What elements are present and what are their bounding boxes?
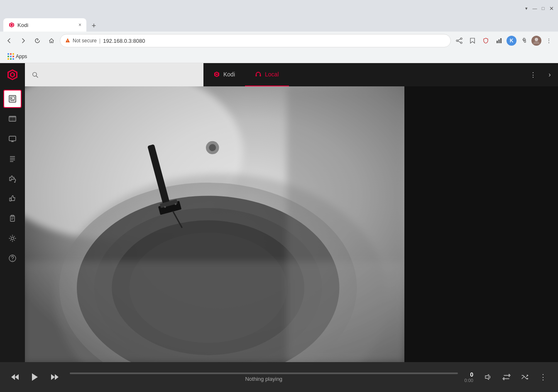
sidebar-item-programs[interactable] <box>3 209 22 228</box>
browser-chrome: ▾ — □ ✕ Kodi × + <box>0 0 558 63</box>
volume-btn[interactable] <box>480 369 497 385</box>
kodi-nav-tabs: Kodi Local <box>203 63 289 86</box>
tab-bar: Kodi × + <box>0 17 558 32</box>
active-tab[interactable]: Kodi × <box>3 18 86 32</box>
sidebar-item-settings[interactable] <box>3 229 22 247</box>
tab-kodi[interactable]: Kodi <box>203 63 245 86</box>
search-icon <box>32 71 39 78</box>
music-library-icon <box>8 95 17 103</box>
shuffle-btn[interactable] <box>516 369 533 385</box>
turntable-image <box>25 86 404 362</box>
kodi-more-btn[interactable]: ⋮ <box>525 63 541 86</box>
svg-line-7 <box>458 39 460 40</box>
dropdown-btn[interactable]: ▾ <box>523 5 530 12</box>
player-right-controls: ⋮ <box>480 369 551 385</box>
svg-rect-34 <box>9 136 16 141</box>
svg-point-64 <box>209 144 216 151</box>
kodi-main-content <box>25 86 404 362</box>
profile-k-icon[interactable]: K <box>507 36 516 46</box>
svg-rect-11 <box>499 39 500 43</box>
security-warning: ! <box>65 38 70 44</box>
svg-rect-10 <box>497 41 498 43</box>
svg-marker-70 <box>51 374 55 380</box>
player-more-btn[interactable]: ⋮ <box>535 369 551 385</box>
tab-close-btn[interactable]: × <box>78 22 81 28</box>
sidebar-item-favourites[interactable] <box>3 189 22 208</box>
puzzle-icon <box>8 174 17 183</box>
play-btn[interactable] <box>27 369 43 385</box>
toolbar-actions: K ⋮ <box>453 35 555 47</box>
bookmark-apps[interactable]: Apps <box>5 52 29 61</box>
progress-bar[interactable] <box>70 372 458 374</box>
help-icon <box>8 254 17 262</box>
sidebar-item-movies[interactable] <box>3 110 22 128</box>
rewind-btn[interactable] <box>7 369 23 385</box>
headphones-icon <box>255 71 262 78</box>
svg-point-48 <box>12 260 12 260</box>
reload-btn[interactable] <box>32 35 43 47</box>
sidebar-item-queue[interactable] <box>3 149 22 168</box>
fast-forward-icon <box>50 372 59 382</box>
sidebar-item-music-library[interactable] <box>3 90 22 108</box>
volume-icon <box>484 373 492 381</box>
playback-controls <box>7 369 63 385</box>
play-icon <box>30 372 40 382</box>
browser-toolbar: ! Not secure | 192.168.0.3:8080 K <box>0 32 558 50</box>
close-btn[interactable]: ✕ <box>548 5 555 12</box>
sidebar-item-tv[interactable] <box>3 130 22 148</box>
browser-more-icon[interactable]: ⋮ <box>543 35 555 47</box>
time-sub: 0:00 <box>465 378 473 383</box>
puzzle-icon[interactable] <box>518 35 530 47</box>
svg-point-28 <box>11 98 12 99</box>
svg-marker-68 <box>15 374 19 380</box>
sidebar-item-addons[interactable] <box>3 169 22 188</box>
svg-point-13 <box>535 38 538 41</box>
svg-point-4 <box>460 38 462 39</box>
window-controls: ▾ — □ ✕ <box>523 5 555 12</box>
user-avatar[interactable] <box>531 36 541 46</box>
maximize-btn[interactable]: □ <box>540 5 546 12</box>
bookmark-icon[interactable] <box>467 35 478 47</box>
svg-marker-74 <box>527 378 529 380</box>
kodi-tab-icon <box>213 71 220 78</box>
home-btn[interactable] <box>46 35 57 47</box>
tab-local[interactable]: Local <box>245 63 289 86</box>
rewind-icon <box>10 372 20 382</box>
back-btn[interactable] <box>3 35 15 47</box>
extension-shield-icon[interactable] <box>480 35 492 47</box>
repeat-btn[interactable] <box>498 369 515 385</box>
apps-grid-icon <box>7 53 14 60</box>
kodi-next-btn[interactable]: › <box>541 63 558 86</box>
svg-text:!: ! <box>67 39 68 42</box>
player-progress: Nothing playing <box>70 372 458 382</box>
svg-rect-42 <box>10 216 15 221</box>
movies-icon <box>8 115 17 123</box>
gear-icon <box>8 234 17 243</box>
svg-point-5 <box>460 42 462 44</box>
list-icon <box>8 154 17 163</box>
share-icon[interactable] <box>453 35 465 47</box>
metrics-icon[interactable] <box>493 35 505 47</box>
kodi-search-bar[interactable] <box>25 63 203 86</box>
kodi-logo[interactable] <box>0 63 25 86</box>
svg-marker-9 <box>470 38 475 43</box>
address-separator: | <box>99 38 100 44</box>
sidebar-item-help[interactable] <box>3 249 22 267</box>
kodi-sidebar <box>0 86 25 362</box>
player-time: 0 0:00 <box>465 371 473 383</box>
player-bar: Nothing playing 0 0:00 <box>0 362 558 392</box>
bookmarks-bar: Apps <box>0 50 558 63</box>
apps-label: Apps <box>16 54 27 59</box>
address-bar[interactable]: ! Not secure | 192.168.0.3:8080 <box>60 34 451 47</box>
tab-title: Kodi <box>17 22 76 28</box>
fast-forward-btn[interactable] <box>46 369 63 385</box>
search-input[interactable] <box>42 71 197 78</box>
kodi-right-panel <box>404 86 558 362</box>
repeat-icon <box>502 373 511 381</box>
forward-btn[interactable] <box>17 35 29 47</box>
time-number: 0 <box>470 371 473 378</box>
minimize-btn[interactable]: — <box>531 5 538 12</box>
local-tab-label: Local <box>265 71 279 78</box>
new-tab-btn[interactable]: + <box>88 20 100 32</box>
tv-icon <box>8 135 17 143</box>
